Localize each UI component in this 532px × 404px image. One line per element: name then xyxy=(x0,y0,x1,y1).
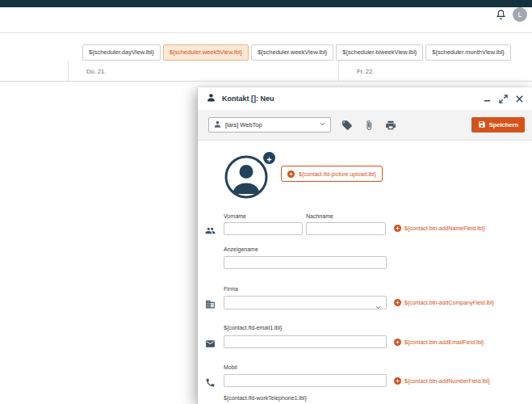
picture-upload-label: ${contact.fld-picture.upload.lbl} xyxy=(299,171,376,177)
plus-icon xyxy=(394,377,401,385)
tags-button[interactable] xyxy=(341,120,353,131)
vorname-input[interactable] xyxy=(224,222,303,235)
calendar-header-divider xyxy=(0,81,532,82)
dialog-title: Kontakt []: Neu xyxy=(222,95,274,103)
contact-new-dialog: Kontakt []: Neu xyxy=(198,87,532,404)
add-number-field-label: ${contact.btn-addNumberField.lbl} xyxy=(404,378,490,384)
minimize-button[interactable] xyxy=(482,94,492,103)
dialog-header: Kontakt []: Neu xyxy=(198,87,532,110)
view-button-month[interactable]: ${scheduler.monthView.lbl} xyxy=(425,44,511,61)
header-divider xyxy=(0,32,532,33)
plus-icon xyxy=(394,339,401,346)
window-controls xyxy=(482,94,524,103)
view-button-day[interactable]: ${scheduler.dayView.lbl} xyxy=(82,44,161,61)
add-company-field-button[interactable]: ${contact.btn-addCompanyField.lbl} xyxy=(394,299,494,306)
owner-select[interactable]: [lars] WebTop xyxy=(208,117,331,133)
save-icon xyxy=(478,120,486,130)
dialog-toolbar: [lars] WebTop xyxy=(198,110,532,141)
mobil-input[interactable] xyxy=(224,374,387,387)
print-button[interactable] xyxy=(385,120,396,131)
vorname-label: Vorname xyxy=(224,213,246,219)
day-header-friday: Fr. 22. xyxy=(357,68,374,75)
chevron-down-icon xyxy=(375,300,382,314)
notifications-button[interactable] xyxy=(495,9,507,21)
view-button-biweek[interactable]: ${scheduler.biweekView.lbl} xyxy=(336,44,423,61)
save-button[interactable]: Speichern xyxy=(471,117,525,133)
work-phone-label: ${contact.fld-workTelephone1.lbl} xyxy=(224,395,307,401)
phone-icon xyxy=(205,377,216,387)
attachment-button[interactable] xyxy=(363,120,375,131)
scheduler-view-switcher: ${scheduler.dayView.lbl} ${scheduler.wee… xyxy=(82,44,511,61)
bell-icon xyxy=(495,10,507,23)
email-icon xyxy=(205,338,216,348)
contact-icon xyxy=(206,91,216,106)
view-button-week5[interactable]: ${scheduler.week5View.lbl} xyxy=(163,44,249,61)
top-accent-bar xyxy=(0,0,532,7)
app-window: L ${scheduler.dayView.lbl} ${scheduler.w… xyxy=(0,0,532,404)
plus-icon xyxy=(394,299,401,306)
mobil-label: Mobil xyxy=(224,364,237,370)
app-header xyxy=(0,7,532,32)
picture-upload-button[interactable]: ${contact.fld-picture.upload.lbl} xyxy=(281,166,383,182)
user-avatar[interactable]: L xyxy=(513,7,527,22)
add-number-field-button[interactable]: ${contact.btn-addNumberField.lbl} xyxy=(394,377,490,385)
email-label: ${contact.fld-email1.lbl} xyxy=(224,325,282,330)
firma-label: Firma xyxy=(224,286,238,292)
close-button[interactable] xyxy=(514,94,524,103)
add-company-field-label: ${contact.btn-addCompanyField.lbl} xyxy=(404,300,494,305)
add-name-field-label: ${contact.btn-addNameField.lbl} xyxy=(404,225,485,231)
dialog-body: ${contact.fld-picture.upload.lbl} Vornam… xyxy=(198,141,532,404)
add-name-field-button[interactable]: ${contact.btn-addNameField.lbl} xyxy=(394,225,485,232)
contacts-icon xyxy=(205,225,216,235)
add-email-field-button[interactable]: ${contact.btn-addEmailField.lbl} xyxy=(394,339,484,346)
calendar-column-divider xyxy=(338,61,339,81)
plus-icon xyxy=(266,151,272,166)
save-button-label: Speichern xyxy=(489,121,518,128)
anzeigename-input[interactable] xyxy=(224,256,387,269)
add-photo-button[interactable] xyxy=(263,152,275,164)
maximize-button[interactable] xyxy=(498,94,508,103)
view-button-week[interactable]: ${scheduler.weekView.lbl} xyxy=(251,44,333,61)
plus-icon xyxy=(394,225,401,232)
nachname-label: Nachname xyxy=(306,213,333,219)
day-header-thursday: Do. 21. xyxy=(86,68,106,75)
company-icon xyxy=(205,298,216,309)
firma-combobox[interactable] xyxy=(224,296,387,309)
add-email-field-label: ${contact.btn-addEmailField.lbl} xyxy=(404,339,484,345)
chevron-down-icon xyxy=(319,120,326,129)
user-avatar-initial: L xyxy=(517,11,522,19)
calendar-column-divider xyxy=(68,61,69,81)
anzeigename-label: Anzeigename xyxy=(224,246,258,252)
nachname-input[interactable] xyxy=(306,222,386,235)
plus-icon xyxy=(287,170,295,178)
owner-select-value: [lars] WebTop xyxy=(225,121,262,128)
person-icon xyxy=(213,120,222,130)
contact-photo-placeholder xyxy=(224,155,268,199)
email-input[interactable] xyxy=(224,335,387,348)
